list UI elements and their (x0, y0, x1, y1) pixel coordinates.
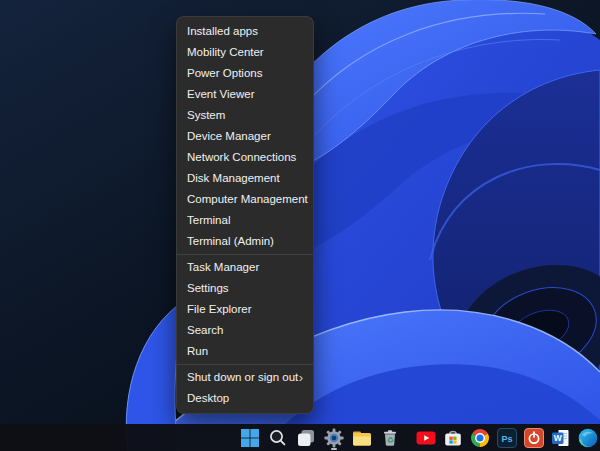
photoshop-icon: Ps (496, 427, 518, 449)
menu-item-terminal-admin[interactable]: Terminal (Admin) (177, 231, 313, 252)
menu-item-network-connections[interactable]: Network Connections (177, 147, 313, 168)
microsoft-store-icon (442, 427, 464, 449)
menu-item-search[interactable]: Search (177, 320, 313, 341)
submenu-chevron-icon: › (299, 367, 303, 388)
chrome-icon (469, 427, 491, 449)
menu-item-system[interactable]: System (177, 105, 313, 126)
svg-text:♻: ♻ (386, 435, 393, 444)
photoshop-label: Ps (501, 433, 512, 443)
menu-item-device-manager[interactable]: Device Manager (177, 126, 313, 147)
word-taskbar-button[interactable]: W (547, 424, 574, 451)
recycle-bin-icon: ♻ (379, 427, 401, 449)
menu-item-settings[interactable]: Settings (177, 278, 313, 299)
settings-taskbar-button[interactable] (320, 424, 348, 451)
menu-item-power-options[interactable]: Power Options (177, 63, 313, 84)
menu-item-event-viewer[interactable]: Event Viewer (177, 84, 313, 105)
search-icon (267, 427, 289, 449)
recycle-bin-button[interactable]: ♻ (376, 424, 404, 451)
menu-item-task-manager[interactable]: Task Manager (177, 257, 313, 278)
winx-context-menu: Installed apps Mobility Center Power Opt… (176, 16, 314, 414)
file-explorer-taskbar-button[interactable] (348, 424, 376, 451)
search-button[interactable] (264, 424, 292, 451)
active-app-indicator (331, 448, 337, 451)
menu-item-terminal[interactable]: Terminal (177, 210, 313, 231)
edge-taskbar-button[interactable] (574, 424, 600, 451)
word-icon: W (550, 427, 572, 449)
menu-item-mobility-center[interactable]: Mobility Center (177, 42, 313, 63)
power-icon (523, 427, 545, 449)
task-view-icon (295, 427, 317, 449)
task-view-button[interactable] (292, 424, 320, 451)
word-label: W (553, 433, 562, 443)
menu-item-disk-management[interactable]: Disk Management (177, 168, 313, 189)
taskbar-icon-group: ♻ (236, 424, 600, 451)
menu-item-run[interactable]: Run (177, 341, 313, 362)
photoshop-taskbar-button[interactable]: Ps (493, 424, 520, 451)
edge-icon (577, 427, 599, 449)
settings-gear-icon (323, 427, 345, 449)
start-icon (239, 427, 261, 449)
taskbar: ♻ (0, 424, 600, 451)
menu-item-file-explorer[interactable]: File Explorer (177, 299, 313, 320)
menu-item-installed-apps[interactable]: Installed apps (177, 21, 313, 42)
desktop: Installed apps Mobility Center Power Opt… (0, 0, 600, 451)
file-explorer-icon (351, 427, 373, 449)
start-button[interactable] (236, 424, 264, 451)
menu-separator (177, 364, 313, 365)
microsoft-store-taskbar-button[interactable] (439, 424, 466, 451)
youtube-taskbar-button[interactable] (412, 424, 439, 451)
menu-separator (177, 254, 313, 255)
menu-item-computer-management[interactable]: Computer Management (177, 189, 313, 210)
youtube-icon (415, 427, 437, 449)
menu-item-desktop[interactable]: Desktop (177, 388, 313, 409)
shutdown-taskbar-button[interactable] (520, 424, 547, 451)
menu-item-shut-down-or-sign-out[interactable]: Shut down or sign out › (177, 367, 313, 388)
chrome-taskbar-button[interactable] (466, 424, 493, 451)
